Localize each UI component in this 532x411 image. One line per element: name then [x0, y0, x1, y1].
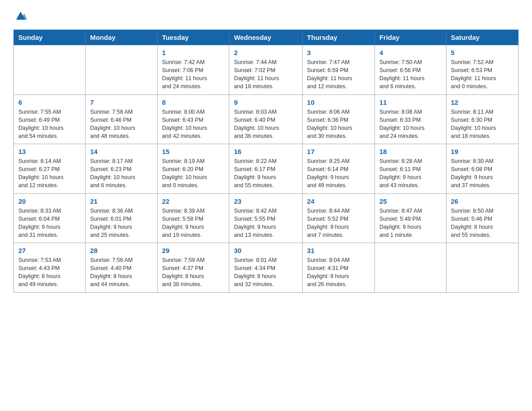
calendar-cell: 11Sunrise: 8:08 AM Sunset: 6:33 PM Dayli…: [375, 94, 446, 144]
day-number: 24: [307, 197, 370, 205]
day-info: Sunrise: 7:53 AM Sunset: 4:43 PM Dayligh…: [18, 256, 81, 289]
calendar-cell: [14, 45, 86, 95]
day-info: Sunrise: 8:00 AM Sunset: 6:43 PM Dayligh…: [162, 108, 225, 141]
calendar-cell: 14Sunrise: 8:17 AM Sunset: 6:23 PM Dayli…: [86, 144, 157, 194]
day-number: 18: [379, 148, 442, 155]
day-info: Sunrise: 8:33 AM Sunset: 6:04 PM Dayligh…: [18, 207, 81, 240]
calendar-cell: 1Sunrise: 7:42 AM Sunset: 7:06 PM Daylig…: [157, 45, 229, 95]
day-info: Sunrise: 7:52 AM Sunset: 6:53 PM Dayligh…: [451, 58, 514, 91]
day-info: Sunrise: 8:30 AM Sunset: 6:08 PM Dayligh…: [451, 157, 514, 190]
day-header-friday: Friday: [375, 30, 446, 45]
day-number: 19: [451, 148, 514, 155]
calendar-cell: 13Sunrise: 8:14 AM Sunset: 6:27 PM Dayli…: [14, 144, 86, 194]
calendar-cell: 5Sunrise: 7:52 AM Sunset: 6:53 PM Daylig…: [446, 45, 518, 95]
day-number: 25: [379, 197, 442, 205]
day-info: Sunrise: 8:47 AM Sunset: 5:49 PM Dayligh…: [379, 207, 442, 240]
day-number: 17: [307, 148, 370, 155]
day-number: 14: [90, 148, 152, 155]
day-number: 6: [18, 98, 81, 106]
day-info: Sunrise: 8:14 AM Sunset: 6:27 PM Dayligh…: [18, 157, 81, 190]
day-info: Sunrise: 7:50 AM Sunset: 6:56 PM Dayligh…: [379, 58, 442, 91]
calendar-cell: 10Sunrise: 8:06 AM Sunset: 6:36 PM Dayli…: [302, 94, 375, 144]
day-number: 16: [234, 148, 297, 155]
page-header: [13, 9, 519, 21]
day-info: Sunrise: 8:19 AM Sunset: 6:20 PM Dayligh…: [162, 157, 225, 190]
day-number: 15: [162, 148, 225, 155]
day-number: 7: [90, 98, 152, 106]
calendar-cell: 17Sunrise: 8:25 AM Sunset: 6:14 PM Dayli…: [302, 144, 375, 194]
day-info: Sunrise: 8:22 AM Sunset: 6:17 PM Dayligh…: [234, 157, 297, 190]
day-info: Sunrise: 7:58 AM Sunset: 6:46 PM Dayligh…: [90, 108, 152, 141]
calendar-cell: 19Sunrise: 8:30 AM Sunset: 6:08 PM Dayli…: [446, 144, 518, 194]
day-header-wednesday: Wednesday: [229, 30, 302, 45]
day-number: 22: [162, 197, 225, 205]
calendar-cell: 16Sunrise: 8:22 AM Sunset: 6:17 PM Dayli…: [229, 144, 302, 194]
day-number: 11: [379, 98, 442, 106]
day-header-monday: Monday: [86, 30, 157, 45]
calendar-cell: 28Sunrise: 7:56 AM Sunset: 4:40 PM Dayli…: [86, 243, 157, 293]
calendar-cell: 20Sunrise: 8:33 AM Sunset: 6:04 PM Dayli…: [14, 193, 86, 243]
day-info: Sunrise: 7:42 AM Sunset: 7:06 PM Dayligh…: [162, 58, 225, 91]
calendar-cell: 27Sunrise: 7:53 AM Sunset: 4:43 PM Dayli…: [14, 243, 86, 293]
calendar-cell: 21Sunrise: 8:36 AM Sunset: 6:01 PM Dayli…: [86, 193, 157, 243]
calendar-cell: 2Sunrise: 7:44 AM Sunset: 7:02 PM Daylig…: [229, 45, 302, 95]
day-header-thursday: Thursday: [302, 30, 375, 45]
day-number: 26: [451, 197, 514, 205]
week-row-4: 20Sunrise: 8:33 AM Sunset: 6:04 PM Dayli…: [14, 193, 519, 243]
calendar-cell: [446, 243, 518, 293]
calendar-cell: 9Sunrise: 8:03 AM Sunset: 6:40 PM Daylig…: [229, 94, 302, 144]
day-number: 10: [307, 98, 370, 106]
calendar-cell: 22Sunrise: 8:39 AM Sunset: 5:58 PM Dayli…: [157, 193, 229, 243]
day-info: Sunrise: 8:11 AM Sunset: 6:30 PM Dayligh…: [451, 108, 514, 141]
day-info: Sunrise: 7:59 AM Sunset: 4:37 PM Dayligh…: [162, 256, 225, 289]
day-info: Sunrise: 8:06 AM Sunset: 6:36 PM Dayligh…: [307, 108, 370, 141]
day-info: Sunrise: 8:39 AM Sunset: 5:58 PM Dayligh…: [162, 207, 225, 240]
day-info: Sunrise: 8:08 AM Sunset: 6:33 PM Dayligh…: [379, 108, 442, 141]
calendar-cell: 18Sunrise: 8:28 AM Sunset: 6:11 PM Dayli…: [375, 144, 446, 194]
day-number: 2: [234, 49, 297, 56]
day-number: 3: [307, 49, 370, 56]
day-number: 28: [90, 247, 152, 254]
week-row-2: 6Sunrise: 7:55 AM Sunset: 6:49 PM Daylig…: [14, 94, 519, 144]
week-row-3: 13Sunrise: 8:14 AM Sunset: 6:27 PM Dayli…: [14, 144, 519, 194]
day-number: 8: [162, 98, 225, 106]
day-number: 12: [451, 98, 514, 106]
week-row-5: 27Sunrise: 7:53 AM Sunset: 4:43 PM Dayli…: [14, 243, 519, 293]
day-info: Sunrise: 8:42 AM Sunset: 5:55 PM Dayligh…: [234, 207, 297, 240]
calendar-cell: [86, 45, 157, 95]
calendar-cell: 6Sunrise: 7:55 AM Sunset: 6:49 PM Daylig…: [14, 94, 86, 144]
day-info: Sunrise: 8:03 AM Sunset: 6:40 PM Dayligh…: [234, 108, 297, 141]
day-info: Sunrise: 8:01 AM Sunset: 4:34 PM Dayligh…: [234, 256, 297, 289]
day-number: 27: [18, 247, 81, 254]
day-info: Sunrise: 8:25 AM Sunset: 6:14 PM Dayligh…: [307, 157, 370, 190]
day-number: 31: [307, 247, 370, 254]
day-info: Sunrise: 7:56 AM Sunset: 4:40 PM Dayligh…: [90, 256, 152, 289]
day-number: 13: [18, 148, 81, 155]
calendar-cell: 4Sunrise: 7:50 AM Sunset: 6:56 PM Daylig…: [375, 45, 446, 95]
calendar-cell: 30Sunrise: 8:01 AM Sunset: 4:34 PM Dayli…: [229, 243, 302, 293]
calendar-cell: [375, 243, 446, 293]
day-info: Sunrise: 7:55 AM Sunset: 6:49 PM Dayligh…: [18, 108, 81, 141]
day-info: Sunrise: 7:47 AM Sunset: 6:59 PM Dayligh…: [307, 58, 370, 91]
calendar-header-row: SundayMondayTuesdayWednesdayThursdayFrid…: [14, 30, 519, 45]
day-info: Sunrise: 8:17 AM Sunset: 6:23 PM Dayligh…: [90, 157, 152, 190]
day-number: 5: [451, 49, 514, 56]
day-number: 23: [234, 197, 297, 205]
calendar-cell: 8Sunrise: 8:00 AM Sunset: 6:43 PM Daylig…: [157, 94, 229, 144]
day-header-saturday: Saturday: [446, 30, 518, 45]
logo-icon: [14, 9, 27, 21]
day-header-tuesday: Tuesday: [157, 30, 229, 45]
calendar-cell: 25Sunrise: 8:47 AM Sunset: 5:49 PM Dayli…: [375, 193, 446, 243]
day-info: Sunrise: 7:44 AM Sunset: 7:02 PM Dayligh…: [234, 58, 297, 91]
calendar-cell: 26Sunrise: 8:50 AM Sunset: 5:46 PM Dayli…: [446, 193, 518, 243]
logo: [13, 9, 27, 21]
day-number: 1: [162, 49, 225, 56]
calendar-cell: 31Sunrise: 8:04 AM Sunset: 4:31 PM Dayli…: [302, 243, 375, 293]
day-number: 9: [234, 98, 297, 106]
calendar-cell: 3Sunrise: 7:47 AM Sunset: 6:59 PM Daylig…: [302, 45, 375, 95]
calendar-cell: 24Sunrise: 8:44 AM Sunset: 5:52 PM Dayli…: [302, 193, 375, 243]
day-number: 4: [379, 49, 442, 56]
calendar-cell: 23Sunrise: 8:42 AM Sunset: 5:55 PM Dayli…: [229, 193, 302, 243]
calendar-cell: 12Sunrise: 8:11 AM Sunset: 6:30 PM Dayli…: [446, 94, 518, 144]
day-number: 20: [18, 197, 81, 205]
